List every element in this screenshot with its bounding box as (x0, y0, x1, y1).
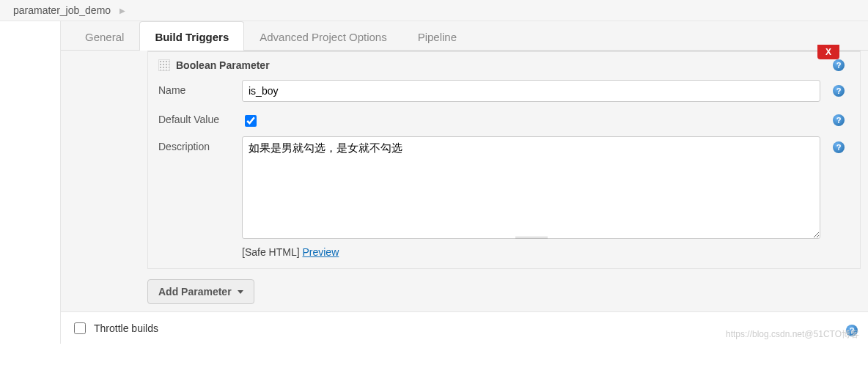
name-row: Name ? (158, 80, 850, 102)
throttle-builds-checkbox[interactable] (74, 322, 86, 334)
name-label: Name (158, 80, 235, 96)
left-gutter (0, 21, 60, 344)
chevron-right-icon: ▶ (119, 7, 125, 15)
add-parameter-label: Add Parameter (158, 286, 232, 298)
default-value-label: Default Value (158, 109, 235, 125)
safe-html-hint: [Safe HTML] Preview (242, 246, 850, 258)
breadcrumb-item[interactable]: paramater_job_demo (13, 4, 111, 16)
resize-grip-icon[interactable] (515, 236, 548, 239)
inner-gutter (61, 51, 147, 311)
help-icon[interactable]: ? (833, 114, 845, 126)
help-icon[interactable]: ? (833, 85, 845, 97)
delete-parameter-button[interactable]: X (817, 45, 839, 59)
name-input[interactable] (242, 80, 820, 102)
default-value-row: Default Value ? (158, 109, 850, 129)
description-textarea[interactable] (242, 136, 820, 239)
help-icon[interactable]: ? (846, 325, 858, 336)
close-icon: X (825, 47, 831, 57)
drag-handle-icon[interactable] (158, 59, 170, 71)
description-row: Description ? (158, 136, 850, 239)
preview-link[interactable]: Preview (302, 246, 339, 258)
breadcrumb: paramater_job_demo ▶ (0, 0, 868, 21)
parameter-title: Boolean Parameter (176, 59, 270, 71)
boolean-parameter-block: X Boolean Parameter ? Name ? (147, 51, 861, 269)
tab-general[interactable]: General (70, 21, 139, 51)
tab-build-triggers[interactable]: Build Triggers (139, 21, 244, 51)
caret-down-icon (238, 290, 243, 294)
add-parameter-button[interactable]: Add Parameter (147, 279, 254, 304)
help-icon[interactable]: ? (833, 141, 845, 153)
default-value-checkbox[interactable] (245, 115, 257, 127)
description-label: Description (158, 136, 235, 152)
throttle-builds-row: Throttle builds ? (61, 311, 868, 344)
tab-advanced-project-options[interactable]: Advanced Project Options (244, 21, 402, 51)
tab-pipeline[interactable]: Pipeline (402, 21, 472, 51)
throttle-builds-label: Throttle builds (94, 322, 158, 334)
config-tabs: General Build Triggers Advanced Project … (61, 21, 868, 51)
help-icon[interactable]: ? (833, 59, 845, 71)
safe-html-label: [Safe HTML] (242, 246, 302, 258)
